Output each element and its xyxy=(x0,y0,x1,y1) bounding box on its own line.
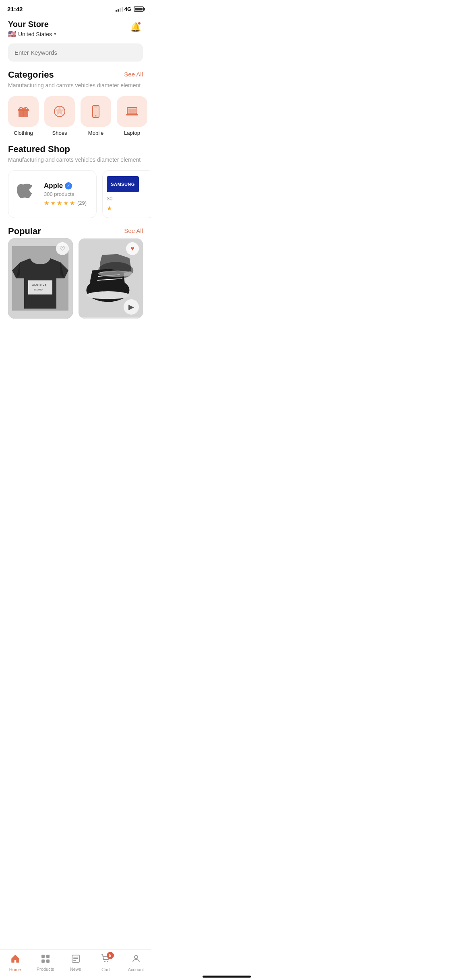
categories-subtitle: Manufacturing and carrots vehicles diame… xyxy=(0,82,151,96)
wishlist-button-clothing[interactable]: ♡ xyxy=(56,242,69,255)
svg-rect-2 xyxy=(23,109,24,117)
store-title: Your Store xyxy=(8,20,56,29)
gift-icon xyxy=(16,104,31,119)
svg-point-29 xyxy=(86,291,129,299)
category-item[interactable]: Shoes xyxy=(44,96,75,136)
popular-see-all[interactable]: See All xyxy=(124,226,143,234)
product-card-shoes[interactable]: ♥ ▶ xyxy=(79,238,143,319)
category-label-shoes: Shoes xyxy=(52,130,67,136)
signal-icon xyxy=(116,7,123,12)
apple-stars-row: ★ ★ ★ ★ ★ (29) xyxy=(44,200,90,207)
heart-outline-icon: ♡ xyxy=(60,245,65,253)
category-icon-box-mobile xyxy=(81,96,111,127)
apple-logo xyxy=(15,182,39,206)
header: Your Store 🇺🇸 United States ▾ 🔔 xyxy=(0,16,151,43)
chevron-down-icon: ▾ xyxy=(54,31,56,37)
wishlist-button-shoes[interactable]: ♥ xyxy=(126,242,139,255)
featured-shop-scroll: Apple ✓ 300 products ★ ★ ★ ★ ★ (29) SAMS… xyxy=(0,170,151,226)
category-icon-box-laptop xyxy=(117,96,147,127)
svg-rect-15 xyxy=(130,114,134,115)
star-2: ★ xyxy=(50,200,56,207)
samsung-text: SAMSUNG xyxy=(111,182,135,187)
star-4: ★ xyxy=(63,200,68,207)
svg-rect-10 xyxy=(94,107,97,107)
category-item[interactable]: Clothing xyxy=(8,96,39,136)
play-button-shoes[interactable]: ▶ xyxy=(124,299,139,315)
featured-shop-header: Featured Shop xyxy=(0,144,151,156)
categories-title: Categories xyxy=(8,70,54,80)
status-icons: 4G xyxy=(116,6,144,12)
apple-shop-name: Apple xyxy=(44,182,63,190)
popular-title: Popular xyxy=(8,226,41,237)
battery-icon xyxy=(134,6,144,12)
categories-see-all[interactable]: See All xyxy=(124,70,143,78)
category-icon-box-clothing xyxy=(8,96,39,127)
notification-badge xyxy=(137,21,141,25)
samsung-info: SAMSUNG 30 ★ xyxy=(107,176,139,212)
svg-text:ALOISIUS: ALOISIUS xyxy=(32,284,47,286)
star-1: ★ xyxy=(44,200,49,207)
notification-button[interactable]: 🔔 xyxy=(128,20,143,35)
play-icon: ▶ xyxy=(128,303,134,311)
category-item[interactable]: Mobile xyxy=(81,96,111,136)
svg-text:BRAND: BRAND xyxy=(34,288,43,291)
product-card-clothing[interactable]: ALOISIUS BRAND ♡ xyxy=(8,238,73,319)
samsung-products: 30 xyxy=(107,196,139,202)
categories-scroll: Clothing Shoes Mobile xyxy=(0,96,151,144)
category-icon-box-shoes xyxy=(44,96,75,127)
category-item[interactable]: Laptop xyxy=(117,96,147,136)
heart-filled-icon: ♥ xyxy=(130,245,134,252)
svg-rect-13 xyxy=(128,109,136,113)
shop-card-samsung[interactable]: SAMSUNG 30 ★ xyxy=(102,170,151,218)
apple-name-row: Apple ✓ xyxy=(44,182,90,190)
category-label-mobile: Mobile xyxy=(88,130,103,136)
search-input[interactable] xyxy=(8,43,143,62)
search-container xyxy=(0,43,151,70)
svg-rect-21 xyxy=(28,280,52,294)
star-3: ★ xyxy=(57,200,62,207)
category-label-laptop: Laptop xyxy=(124,130,140,136)
categories-header: Categories See All xyxy=(0,70,151,82)
svg-point-31 xyxy=(98,271,133,277)
mobile-icon xyxy=(88,104,103,119)
apple-logo-svg xyxy=(17,182,37,206)
network-type: 4G xyxy=(124,6,131,12)
apple-products-count: 300 products xyxy=(44,191,90,197)
apple-reviews: (29) xyxy=(77,200,87,206)
clothing-svg: ALOISIUS BRAND xyxy=(12,246,68,311)
time: 21:42 xyxy=(7,6,23,12)
location-row[interactable]: 🇺🇸 United States ▾ xyxy=(8,30,56,38)
status-bar: 21:42 4G xyxy=(0,0,151,16)
apple-shop-info: Apple ✓ 300 products ★ ★ ★ ★ ★ (29) xyxy=(44,182,90,207)
shop-card-apple[interactable]: Apple ✓ 300 products ★ ★ ★ ★ ★ (29) xyxy=(8,170,97,218)
category-label-clothing: Clothing xyxy=(14,130,33,136)
star-half: ★ xyxy=(70,200,75,207)
popular-section: ALOISIUS BRAND ♡ xyxy=(0,238,151,319)
location-text: United States xyxy=(18,31,52,37)
featured-shop-subtitle: Manufacturing and carrots vehicles diame… xyxy=(0,156,151,171)
flag-icon: 🇺🇸 xyxy=(8,30,16,38)
samsung-star-1: ★ xyxy=(107,205,112,212)
featured-shop-title: Featured Shop xyxy=(8,144,70,154)
svg-point-9 xyxy=(95,115,97,116)
samsung-stars: ★ xyxy=(107,205,139,212)
verified-icon: ✓ xyxy=(65,182,72,189)
popular-header: Popular See All xyxy=(0,226,151,238)
samsung-logo: SAMSUNG xyxy=(107,176,139,192)
soccer-icon xyxy=(52,104,67,119)
svg-marker-6 xyxy=(56,107,64,115)
laptop-icon xyxy=(124,104,140,119)
popular-grid: ALOISIUS BRAND ♡ xyxy=(8,238,143,319)
